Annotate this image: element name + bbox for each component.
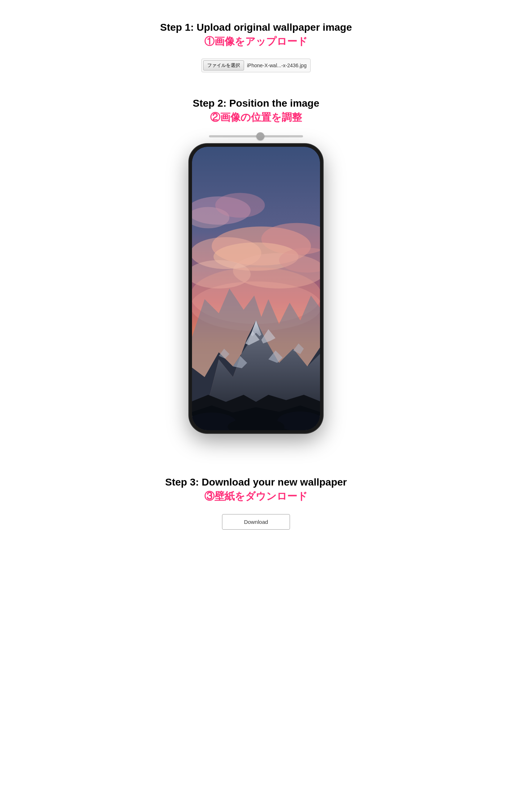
wallpaper-image (192, 147, 320, 430)
phone-screen (192, 147, 320, 430)
file-name-label: iPhone-X-wal...-x-2436.jpg (247, 63, 307, 68)
phone-frame (189, 144, 323, 433)
step2-title-en: Step 2: Position the image (193, 98, 319, 109)
download-button[interactable]: Download (222, 514, 290, 530)
step2-section: Step 2: Position the image ②画像の位置を調整 (7, 98, 505, 433)
file-choose-button[interactable]: ファイルを選択 (203, 60, 244, 70)
position-slider-container (209, 135, 303, 137)
step2-title-jp: ②画像の位置を調整 (210, 111, 302, 124)
step3-section: Step 3: Download your new wallpaper ③壁紙を… (7, 476, 505, 530)
file-input-row: ファイルを選択 iPhone-X-wal...-x-2436.jpg (201, 59, 311, 72)
position-slider[interactable] (209, 135, 303, 137)
step3-title-jp: ③壁紙をダウンロード (204, 490, 308, 503)
step1-title-jp: ①画像をアップロード (204, 35, 308, 48)
step3-title-en: Step 3: Download your new wallpaper (165, 476, 347, 488)
step1-section: Step 1: Upload original wallpaper image … (7, 22, 505, 72)
phone-frame-wrapper (189, 144, 323, 433)
step1-title-en: Step 1: Upload original wallpaper image (160, 22, 352, 33)
svg-point-3 (215, 193, 265, 218)
